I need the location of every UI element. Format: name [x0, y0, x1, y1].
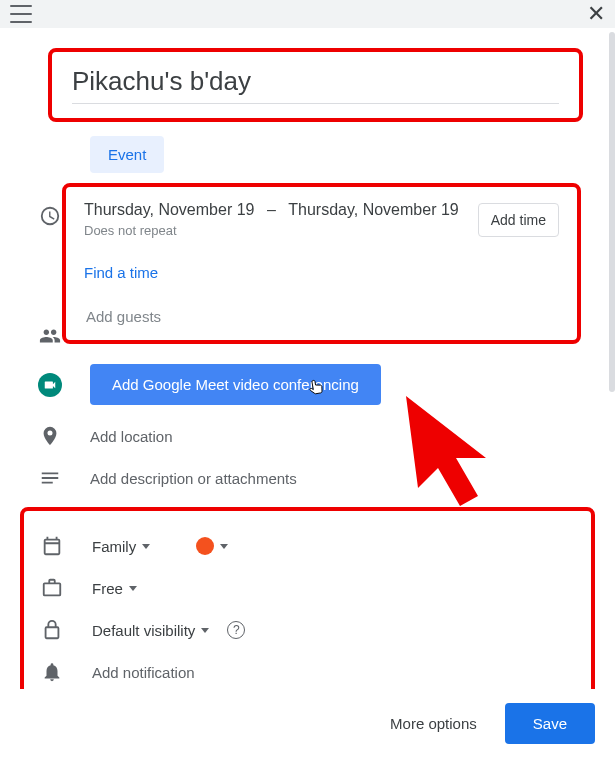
event-title-input[interactable] [72, 60, 559, 104]
description-icon [36, 467, 64, 489]
add-meet-button[interactable]: Add Google Meet video conferencing [90, 364, 381, 405]
calendar-row: Family [38, 525, 577, 567]
event-type-chip[interactable]: Event [90, 136, 164, 173]
highlight-details: Family Free Default visibility [20, 507, 595, 715]
calendar-icon [38, 535, 66, 557]
location-row[interactable]: Add location [10, 415, 605, 457]
visibility-help-icon[interactable]: ? [227, 621, 245, 639]
chevron-down-icon [201, 628, 209, 633]
chevron-down-icon [129, 586, 137, 591]
chevron-down-icon [142, 544, 150, 549]
chevron-down-icon [220, 544, 228, 549]
availability-label: Free [92, 580, 123, 597]
close-icon[interactable]: ✕ [587, 3, 605, 25]
add-time-button[interactable]: Add time [478, 203, 559, 237]
dialog-footer: More options Save [0, 689, 615, 758]
meet-icon [36, 373, 64, 397]
color-swatch [196, 537, 214, 555]
notification-placeholder[interactable]: Add notification [92, 664, 195, 681]
highlight-title [48, 48, 583, 122]
dialog-topbar: ✕ [0, 0, 615, 28]
find-a-time-link[interactable]: Find a time [84, 264, 559, 281]
people-icon [36, 325, 64, 347]
briefcase-icon [38, 577, 66, 599]
notification-row[interactable]: Add notification [38, 651, 577, 693]
event-type-row: Event [90, 136, 605, 173]
visibility-label: Default visibility [92, 622, 195, 639]
location-placeholder[interactable]: Add location [90, 428, 173, 445]
event-editor-panel: Event Thursday, November 19 – Thursday, … [0, 48, 615, 758]
bell-icon [38, 661, 66, 683]
start-date[interactable]: Thursday, November 19 [84, 201, 254, 218]
location-icon [36, 425, 64, 447]
availability-row: Free [38, 567, 577, 609]
recurrence-label[interactable]: Does not repeat [84, 223, 459, 238]
more-options-button[interactable]: More options [382, 705, 485, 742]
calendar-select[interactable]: Family [92, 538, 150, 555]
color-select[interactable] [196, 537, 228, 555]
scrollbar[interactable] [609, 32, 615, 392]
end-date[interactable]: Thursday, November 19 [288, 201, 458, 218]
lock-icon [38, 619, 66, 641]
visibility-row: Default visibility ? [38, 609, 577, 651]
visibility-select[interactable]: Default visibility [92, 622, 209, 639]
availability-select[interactable]: Free [92, 580, 137, 597]
clock-icon [36, 205, 64, 227]
highlight-datetime-guests: Thursday, November 19 – Thursday, Novemb… [62, 183, 581, 344]
add-guests-input[interactable] [84, 307, 559, 326]
meet-row: Add Google Meet video conferencing [10, 354, 605, 415]
date-separator: – [267, 201, 276, 218]
calendar-name: Family [92, 538, 136, 555]
menu-icon[interactable] [10, 5, 32, 23]
description-row[interactable]: Add description or attachments [10, 457, 605, 499]
save-button[interactable]: Save [505, 703, 595, 744]
description-placeholder[interactable]: Add description or attachments [90, 470, 297, 487]
